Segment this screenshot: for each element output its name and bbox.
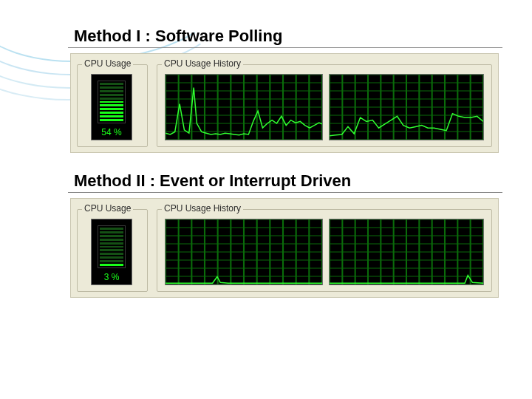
cpu-meter-percent: 54 % (101, 127, 121, 137)
method1-underline (68, 47, 502, 48)
method2-title: Method II : Event or Interrupt Driven (74, 171, 351, 191)
cpu-usage-label: CPU Usage (82, 58, 133, 69)
cpu-meter-bars (98, 81, 126, 123)
cpu-meter: 54 % (91, 74, 132, 140)
cpu-meter-percent: 3 % (104, 272, 120, 282)
cpu-meter: 3 % (91, 219, 132, 285)
history-plot-b (329, 219, 484, 285)
history-plot-a (165, 74, 323, 140)
method2-underline (68, 192, 502, 193)
method2-panel: CPU Usage 3 % CPU Usage History (70, 198, 499, 298)
cpu-usage-group: CPU Usage 54 % (77, 64, 148, 147)
history-plot-a (165, 219, 323, 285)
history-plot-b (329, 74, 484, 140)
cpu-usage-group: CPU Usage 3 % (77, 209, 148, 292)
method1-panel: CPU Usage 54 % CPU Usage History (70, 53, 499, 153)
cpu-meter-bars (98, 225, 126, 268)
cpu-history-group: CPU Usage History (157, 64, 492, 147)
cpu-history-group: CPU Usage History (157, 209, 492, 292)
cpu-usage-label: CPU Usage (82, 203, 133, 214)
cpu-history-label: CPU Usage History (162, 203, 243, 214)
method1-title: Method I : Software Polling (74, 27, 282, 46)
cpu-history-label: CPU Usage History (162, 58, 243, 69)
